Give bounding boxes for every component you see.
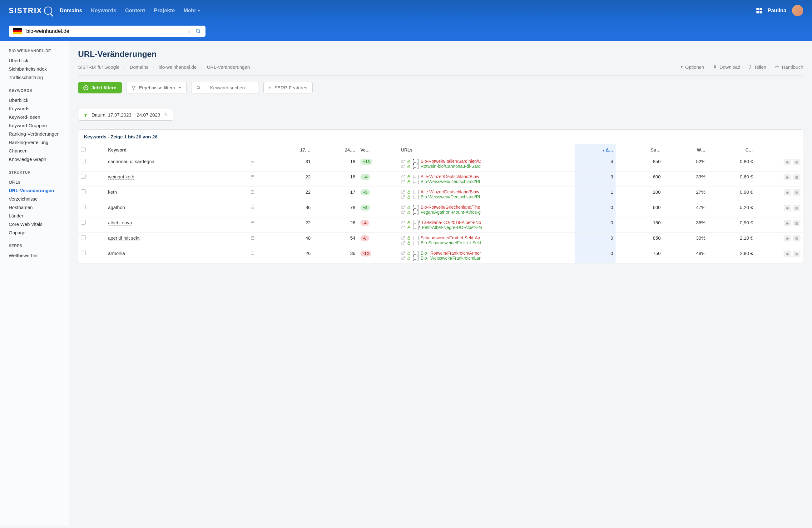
- chart-icon[interactable]: ▥: [793, 159, 800, 165]
- snippet-icon[interactable]: ☰: [250, 235, 255, 241]
- de-flag-icon[interactable]: [13, 28, 22, 34]
- pencil-icon[interactable]: ✎: [164, 112, 168, 117]
- col-date1[interactable]: 17.…: [268, 144, 313, 156]
- nav-keywords[interactable]: Keywords: [91, 8, 116, 14]
- searchvol-value: 600: [615, 172, 663, 187]
- username[interactable]: Paulina: [768, 8, 786, 14]
- row-checkbox[interactable]: [81, 159, 86, 163]
- row-checkbox[interactable]: [81, 220, 86, 225]
- side-kw-keywords[interactable]: Keywords: [0, 104, 69, 113]
- eye-icon[interactable]: ◉: [784, 159, 791, 165]
- filter-results-button[interactable]: Ergebnisse filtern▼: [126, 82, 187, 94]
- nav-content[interactable]: Content: [125, 8, 145, 14]
- row-checkbox[interactable]: [81, 251, 86, 255]
- side-kw-chances[interactable]: Chancen: [0, 146, 69, 155]
- eye-icon[interactable]: ◉: [784, 220, 791, 226]
- chart-icon[interactable]: ▥: [793, 205, 800, 211]
- keyword-link[interactable]: aperitif mit sekt: [108, 235, 140, 241]
- options-menu[interactable]: ▼Optionen: [680, 64, 704, 70]
- download-button[interactable]: ⬇Download: [713, 64, 740, 70]
- crumb-2[interactable]: bio-weinhandel.de: [159, 65, 197, 70]
- snippet-icon[interactable]: ☰: [250, 174, 255, 179]
- side-kw-rankchanges[interactable]: Ranking-Veränderungen: [0, 130, 69, 138]
- eye-icon[interactable]: ◉: [784, 251, 791, 257]
- star-icon[interactable]: ☆: [187, 29, 191, 34]
- url-cell[interactable]: [...]/La-Milana-DO-2019-Albet-i-No [...]…: [398, 217, 575, 233]
- filter-now-button[interactable]: +Jetzt filtern: [78, 82, 122, 94]
- row-checkbox[interactable]: [81, 189, 86, 194]
- side-urls[interactable]: URLs: [0, 178, 69, 186]
- domain-input[interactable]: [26, 28, 183, 34]
- row-checkbox[interactable]: [81, 205, 86, 209]
- side-kw-groups[interactable]: Keyword-Gruppen: [0, 121, 69, 130]
- side-hostnames[interactable]: Hostnamen: [0, 203, 69, 212]
- side-visibility[interactable]: Sichtbarkeitsindex: [0, 65, 69, 73]
- eye-icon[interactable]: ◉: [784, 174, 791, 180]
- nav-mehr[interactable]: Mehr▼: [184, 8, 201, 14]
- rank-d1: 22: [268, 172, 313, 187]
- url-cell[interactable]: [...]Alle-Winzer/Deutschland/Biow [...]B…: [398, 172, 575, 187]
- date-filter-chip[interactable]: Datum: 17.07.2023 ~ 24.07.2023 ✎: [78, 109, 173, 120]
- keyword-search-button[interactable]: [191, 82, 206, 94]
- url-cell[interactable]: [...]Bio-Rotwein/Griechenland/The [...]V…: [398, 202, 575, 217]
- serp-features-button[interactable]: +SERP-Features: [263, 82, 313, 94]
- chart-icon[interactable]: ▥: [793, 220, 800, 226]
- side-kw-kg[interactable]: Knowledge Graph: [0, 155, 69, 163]
- url-cell[interactable]: [...]Bio-Rotwein/Italien/Sardinien/C [..…: [398, 156, 575, 172]
- row-checkbox[interactable]: [81, 174, 86, 179]
- col-searchvol[interactable]: Su…: [615, 144, 663, 156]
- url-cell[interactable]: [...]Alle-Winzer/Deutschland/Biow [...]B…: [398, 187, 575, 202]
- chart-icon[interactable]: ▥: [793, 189, 800, 196]
- keyword-link[interactable]: weingut keth: [108, 174, 134, 180]
- snippet-icon[interactable]: ☰: [250, 205, 255, 210]
- nav-projekte[interactable]: Projekte: [154, 8, 175, 14]
- col-keyword[interactable]: Keyword: [105, 144, 248, 156]
- eye-icon[interactable]: ◉: [784, 189, 791, 196]
- side-overview[interactable]: Überblick: [0, 56, 69, 65]
- snippet-icon[interactable]: ☰: [250, 251, 255, 256]
- crumb-0[interactable]: SISTRIX für Google: [78, 65, 120, 70]
- side-countries[interactable]: Länder: [0, 212, 69, 220]
- apps-icon[interactable]: [756, 8, 762, 13]
- snippet-icon[interactable]: ☰: [250, 220, 255, 225]
- side-competitors[interactable]: Wettbewerber: [0, 251, 69, 260]
- side-kw-rankdist[interactable]: Ranking-Verteilung: [0, 138, 69, 146]
- keyword-link[interactable]: albet i noya: [108, 220, 132, 226]
- side-traffic[interactable]: Trafficschätzung: [0, 73, 69, 82]
- eye-icon[interactable]: ◉: [784, 235, 791, 242]
- search-icon[interactable]: [195, 28, 201, 34]
- col-cpc[interactable]: C…: [708, 144, 755, 156]
- col-urls[interactable]: URLs: [398, 144, 575, 156]
- chart-icon[interactable]: ▥: [793, 251, 800, 257]
- select-all-checkbox[interactable]: [81, 147, 86, 152]
- col-date2[interactable]: 24.…: [313, 144, 358, 156]
- handbook-button[interactable]: ▭Handbuch: [775, 64, 803, 70]
- snippet-icon[interactable]: ☰: [250, 159, 255, 164]
- side-directories[interactable]: Verzeichnisse: [0, 195, 69, 203]
- keyword-link[interactable]: armonia: [108, 251, 125, 256]
- row-checkbox[interactable]: [81, 235, 86, 240]
- side-kw-overview[interactable]: Überblick: [0, 96, 69, 104]
- chart-icon[interactable]: ▥: [793, 235, 800, 242]
- keyword-link[interactable]: keth: [108, 189, 117, 195]
- keyword-link[interactable]: cannonau di sardegna: [108, 159, 154, 164]
- col-change[interactable]: Ve…: [358, 144, 398, 156]
- keyword-search-input[interactable]: [206, 82, 259, 94]
- side-kw-ideas[interactable]: Keyword-Ideen: [0, 113, 69, 121]
- share-button[interactable]: ⤴Teilen: [749, 64, 766, 70]
- url-cell[interactable]: [...]Schaumweine/Fruit-et-Sekt-Ap [...]B…: [398, 233, 575, 248]
- side-url-changes[interactable]: URL-Veränderungen: [0, 186, 69, 195]
- url-cell[interactable]: [...]Bio-Rotwein/Frankreich/Armor [...]B…: [398, 248, 575, 263]
- chart-icon[interactable]: ▥: [793, 174, 800, 180]
- side-onpage[interactable]: Onpage: [0, 228, 69, 237]
- col-delta[interactable]: ▼ Δ…: [575, 144, 615, 156]
- keyword-link[interactable]: agathon: [108, 205, 125, 210]
- col-competition[interactable]: W…: [663, 144, 708, 156]
- nav-domains[interactable]: Domains: [60, 8, 82, 14]
- avatar[interactable]: [792, 5, 803, 16]
- logo[interactable]: SISTRIX: [9, 6, 52, 15]
- crumb-1[interactable]: Domains: [130, 65, 148, 70]
- snippet-icon[interactable]: ☰: [250, 189, 255, 195]
- eye-icon[interactable]: ◉: [784, 205, 791, 211]
- side-cwv[interactable]: Core Web Vitals: [0, 220, 69, 228]
